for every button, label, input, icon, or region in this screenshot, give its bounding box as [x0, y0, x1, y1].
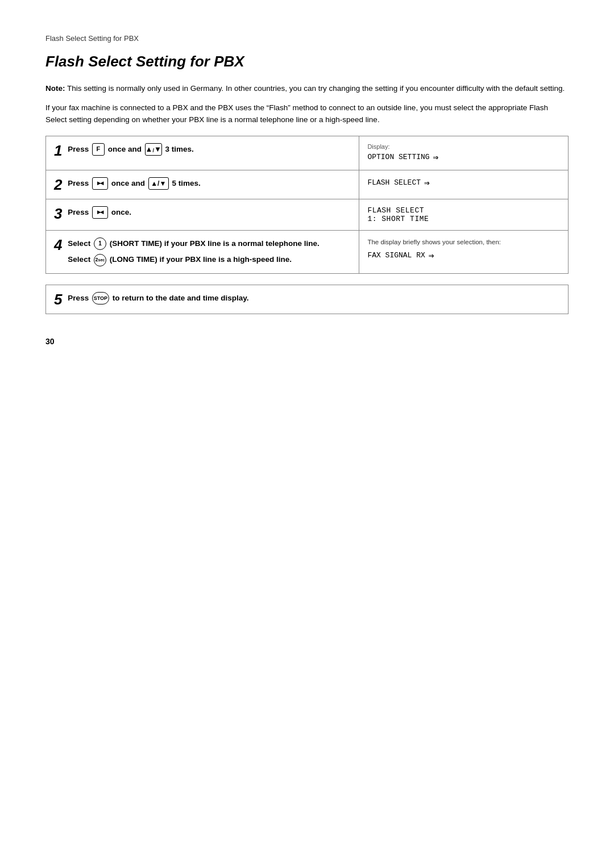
- step-3-number: 3: [54, 206, 62, 221]
- display-content-1: OPTION SETTING ⇒: [367, 152, 560, 163]
- display-arrow-4: ⇒: [429, 250, 434, 261]
- step-5-text: Press STOP to return to the date and tim…: [68, 294, 248, 302]
- step-4-select2: Select 2sec (LONG TIME) if your PBX line…: [68, 253, 344, 266]
- table-row: 2 Press ▶◀ once and ▲/▼ 5 times. FLASH S…: [46, 170, 569, 199]
- step-2-col: 2 Press ▶◀ once and ▲/▼ 5 times.: [46, 170, 359, 199]
- display-arrow-1: ⇒: [433, 152, 439, 163]
- table-row: 1 Press F once and ▲/▼ 3 times. Display:…: [46, 136, 569, 170]
- table-row: 4 Select 1 (SHORT TIME) if your PBX line…: [46, 230, 569, 273]
- note-label: Note:: [45, 84, 65, 93]
- note-text: This setting is normally only used in Ge…: [67, 84, 565, 93]
- display-arrow-2: ⇒: [424, 177, 430, 189]
- step-5-col: 5 Press STOP to return to the date and t…: [46, 285, 569, 314]
- step-3-col: 3 Press ▶◀ once.: [46, 199, 359, 230]
- step-4-select1-text: (SHORT TIME) if your PBX line is a norma…: [110, 239, 320, 248]
- step-1-display: Display: OPTION SETTING ⇒: [359, 136, 569, 170]
- key-f-button: F: [92, 143, 105, 156]
- display-label-1: Display:: [367, 143, 560, 150]
- step-5-number: 5: [54, 292, 62, 307]
- step-2-text: Press ▶◀ once and ▲/▼ 5 times.: [68, 179, 200, 187]
- key-scroll-2: ▲/▼: [148, 177, 169, 190]
- display-content-3: FLASH SELECT 1: SHORT TIME: [367, 206, 560, 223]
- key-stop-button: STOP: [92, 292, 109, 304]
- breadcrumb: Flash Select Setting for PBX: [45, 34, 569, 43]
- step-3-display: FLASH SELECT 1: SHORT TIME: [359, 199, 569, 230]
- step-1-content: Press F once and ▲/▼ 3 times.: [68, 143, 344, 156]
- step-4-number: 4: [54, 237, 62, 252]
- step-3-content: Press ▶◀ once.: [68, 206, 344, 219]
- page-title: Flash Select Setting for PBX: [45, 53, 569, 70]
- table-row: 3 Press ▶◀ once. FLASH SELECT 1: SHORT T…: [46, 199, 569, 230]
- step-4-content: Select 1 (SHORT TIME) if your PBX line i…: [68, 237, 344, 266]
- step-2-number: 2: [54, 177, 62, 192]
- key-2-button: 2sec: [94, 254, 106, 266]
- step-2-content: Press ▶◀ once and ▲/▼ 5 times.: [68, 177, 344, 190]
- step-4-select1: Select 1 (SHORT TIME) if your PBX line i…: [68, 237, 344, 250]
- key-menu-2: ▶◀: [92, 177, 108, 190]
- key-menu-3: ▶◀: [92, 206, 108, 219]
- step-5-table: 5 Press STOP to return to the date and t…: [45, 285, 569, 314]
- instruction-table: 1 Press F once and ▲/▼ 3 times. Display:…: [45, 136, 569, 274]
- table-row: 5 Press STOP to return to the date and t…: [46, 285, 569, 314]
- page-number: 30: [45, 337, 569, 346]
- step-3-text: Press ▶◀ once.: [68, 208, 131, 216]
- step-4-select2-text: (LONG TIME) if your PBX line is a high-s…: [110, 255, 292, 264]
- intro-note: Note: This setting is normally only used…: [45, 83, 569, 94]
- step-1-text: Press F once and ▲/▼ 3 times.: [68, 145, 193, 153]
- step-4-display: The display briefly shows your selection…: [359, 230, 569, 273]
- key-1-button: 1: [94, 237, 106, 250]
- step-1-col: 1 Press F once and ▲/▼ 3 times.: [46, 136, 359, 170]
- display-content-2: FLASH SELECT ⇒: [367, 177, 560, 189]
- intro-paragraph: If your fax machine is connected to a PB…: [45, 102, 569, 126]
- display-content-4: FAX SIGNAL RX ⇒: [367, 250, 560, 261]
- step-1-number: 1: [54, 143, 62, 158]
- display-small-text-4: The display briefly shows your selection…: [367, 237, 560, 247]
- step-4-col: 4 Select 1 (SHORT TIME) if your PBX line…: [46, 230, 359, 273]
- key-scroll-1: ▲/▼: [145, 143, 162, 156]
- step-5-content: Press STOP to return to the date and tim…: [68, 292, 553, 304]
- step-2-display: FLASH SELECT ⇒: [359, 170, 569, 199]
